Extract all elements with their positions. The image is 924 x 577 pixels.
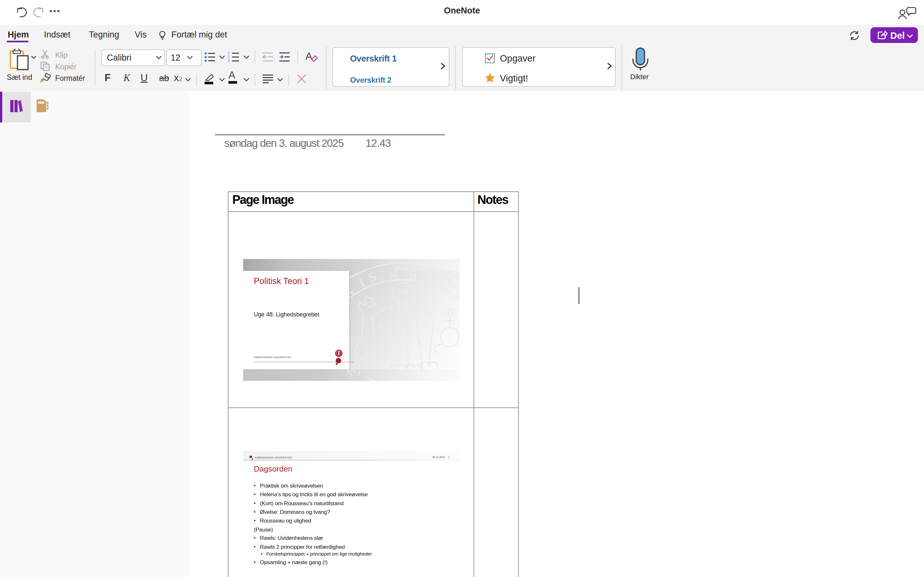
svg-text:2: 2 bbox=[228, 55, 230, 59]
svg-text:S: S bbox=[366, 269, 379, 285]
svg-text:A: A bbox=[305, 51, 312, 62]
svg-text:A: A bbox=[363, 373, 376, 381]
svg-text:3: 3 bbox=[228, 59, 230, 63]
svg-text:1: 1 bbox=[228, 51, 230, 55]
svg-text:I: I bbox=[356, 276, 368, 290]
